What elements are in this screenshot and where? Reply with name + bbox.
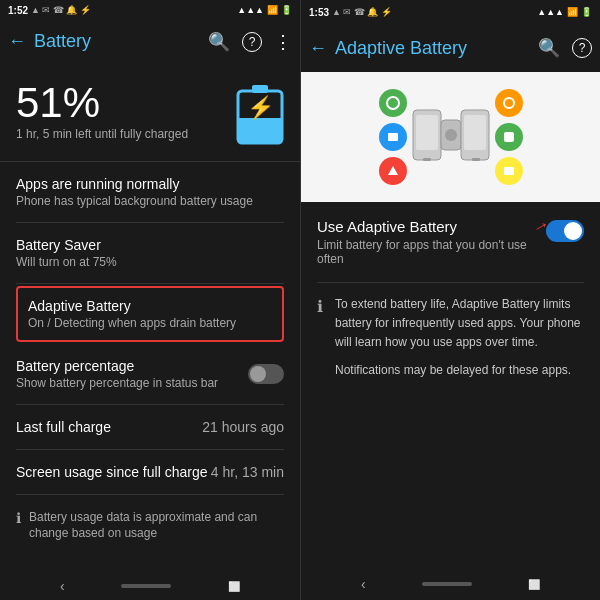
time-right: 1:53 [309,7,329,18]
status-bar-left-icons: 1:52 ▲ ✉ ☎ 🔔 ⚡ [8,5,91,16]
left-panel: 1:52 ▲ ✉ ☎ 🔔 ⚡ ▲▲▲ 📶 🔋 ← Battery 🔍 ? ⋮ 5… [0,0,300,600]
svg-rect-3 [238,138,282,143]
svg-rect-16 [472,158,480,161]
right-nav-bar: ‹ ⬜ [301,568,600,600]
apps-left [379,89,407,185]
left-top-bar: ← Battery 🔍 ? ⋮ [0,21,300,63]
nav-back-right[interactable]: ‹ [361,576,366,592]
apps-right [495,89,523,185]
battery-svg: ⚡ [236,83,284,145]
back-button-right[interactable]: ← [309,38,327,59]
svg-rect-8 [416,115,438,150]
menu-item-adaptive-battery-highlighted[interactable]: Adaptive Battery On / Detecting when app… [16,286,284,342]
battery-status-icon-right: 🔋 [581,7,592,17]
nav-pill-right [422,582,472,586]
back-button-left[interactable]: ← [8,31,26,52]
nav-square-left[interactable]: ⬜ [228,581,240,592]
right-top-bar: ← Adaptive Battery 🔍 ? [301,24,600,72]
top-icons-right: 🔍 ? [538,37,592,59]
wifi-icon-right: 📶 [567,7,578,17]
left-content: 51% 1 hr, 5 min left until fully charged… [0,63,300,573]
left-nav-bar: ‹ ⬜ [0,572,300,600]
svg-rect-19 [504,167,514,175]
info-icon-right: ℹ [317,297,323,377]
status-bar-right-left: 1:53 ▲ ✉ ☎ 🔔 ⚡ [309,7,392,18]
svg-rect-18 [504,132,514,142]
svg-point-5 [387,97,399,109]
wifi-icon: 📶 [267,5,278,15]
app-circle-green-left [379,89,407,117]
info-box: ℹ To extend battery life, Adaptive Batte… [317,282,584,389]
right-panel: 1:53 ▲ ✉ ☎ 🔔 ⚡ ▲▲▲ 📶 🔋 ← Adaptive Batter… [300,0,600,600]
app-circle-yellow-right [495,157,523,185]
menu-item-battery-saver[interactable]: Battery Saver Will turn on at 75% [16,223,284,284]
help-icon-left[interactable]: ? [242,32,262,52]
app-circle-red-left [379,157,407,185]
menu-item-title-0: Apps are running normally [16,176,284,192]
battery-large-icon: ⚡ [236,83,284,145]
notification-icons: ▲ ✉ ☎ 🔔 ⚡ [31,5,91,15]
status-bar-right: 1:53 ▲ ✉ ☎ 🔔 ⚡ ▲▲▲ 📶 🔋 [301,0,600,24]
right-content: Use Adaptive Battery Limit battery for a… [301,202,600,568]
adaptive-battery-subtitle: Limit battery for apps that you don't us… [317,238,546,266]
app-circle-green-right [495,123,523,151]
stat-row-1: Screen usage since full charge 4 hr, 13 … [16,450,284,495]
adaptive-toggle-text: Use Adaptive Battery Limit battery for a… [317,218,546,266]
footnote: ℹ Battery usage data is approximate and … [16,495,284,557]
adaptive-toggle-section: Use Adaptive Battery Limit battery for a… [317,218,584,266]
svg-rect-1 [252,85,268,93]
stat-row-0: Last full charge 21 hours ago [16,405,284,450]
menu-item-title-3: Battery percentage [16,358,218,374]
nav-pill-left [121,584,171,588]
info-body: To extend battery life, Adaptive Battery… [335,295,584,353]
charge-time: 1 hr, 5 min left until fully charged [16,127,188,141]
app-circle-blue-left [379,123,407,151]
svg-point-17 [504,98,514,108]
signal-icon-right: ▲▲▲ [537,7,564,17]
page-title-right: Adaptive Battery [335,38,530,59]
battery-pct-row: Battery percentage Show battery percenta… [16,358,284,390]
search-icon-right[interactable]: 🔍 [538,37,560,59]
svg-rect-9 [423,158,431,161]
adaptive-battery-title: Use Adaptive Battery [317,218,546,235]
battery-percent: 51% [16,79,188,127]
stat-value-0: 21 hours ago [202,419,284,435]
menu-item-subtitle-2: On / Detecting when apps drain battery [28,316,272,330]
menu-item-title-1: Battery Saver [16,237,284,253]
info-content: To extend battery life, Adaptive Battery… [335,295,584,377]
info-icon-left: ℹ [16,510,21,526]
nav-back-left[interactable]: ‹ [60,578,65,594]
signal-icon: ▲▲▲ [237,5,264,15]
info-note: Notifications may be delayed for these a… [335,363,584,377]
hero-inner [379,89,523,185]
menu-item-apps-normal[interactable]: Apps are running normally Phone has typi… [16,162,284,223]
battery-percentage-toggle[interactable] [248,364,284,384]
svg-rect-15 [464,115,486,150]
svg-point-13 [445,129,457,141]
stat-label-1: Screen usage since full charge [16,464,207,480]
svg-text:⚡: ⚡ [247,94,275,121]
svg-rect-6 [388,133,398,141]
nav-square-right[interactable]: ⬜ [528,579,540,590]
time-left: 1:52 [8,5,28,16]
more-icon-left[interactable]: ⋮ [274,31,292,53]
status-right-icons-right: ▲▲▲ 📶 🔋 [537,7,592,17]
nav-row-right: ‹ ⬜ [301,576,600,592]
nav-row-left: ‹ ⬜ [0,578,300,594]
menu-item-battery-percentage[interactable]: Battery percentage Show battery percenta… [16,344,284,405]
status-right-icons: ▲▲▲ 📶 🔋 [237,5,292,15]
charger-illustration [411,90,491,184]
search-icon-left[interactable]: 🔍 [208,31,230,53]
battery-pct-text: Battery percentage Show battery percenta… [16,358,218,390]
menu-item-subtitle-3: Show battery percentage in status bar [16,376,218,390]
help-icon-right[interactable]: ? [572,38,592,58]
menu-item-title-2: Adaptive Battery [28,298,272,314]
charger-svg [411,90,491,180]
battery-info: 51% 1 hr, 5 min left until fully charged [16,79,188,157]
menu-item-subtitle-0: Phone has typical background battery usa… [16,194,284,208]
status-bar-left: 1:52 ▲ ✉ ☎ 🔔 ⚡ ▲▲▲ 📶 🔋 [0,0,300,21]
battery-status-icon: 🔋 [281,5,292,15]
stat-label-0: Last full charge [16,419,111,435]
stat-value-1: 4 hr, 13 min [211,464,284,480]
top-icons-left: 🔍 ? ⋮ [208,31,292,53]
